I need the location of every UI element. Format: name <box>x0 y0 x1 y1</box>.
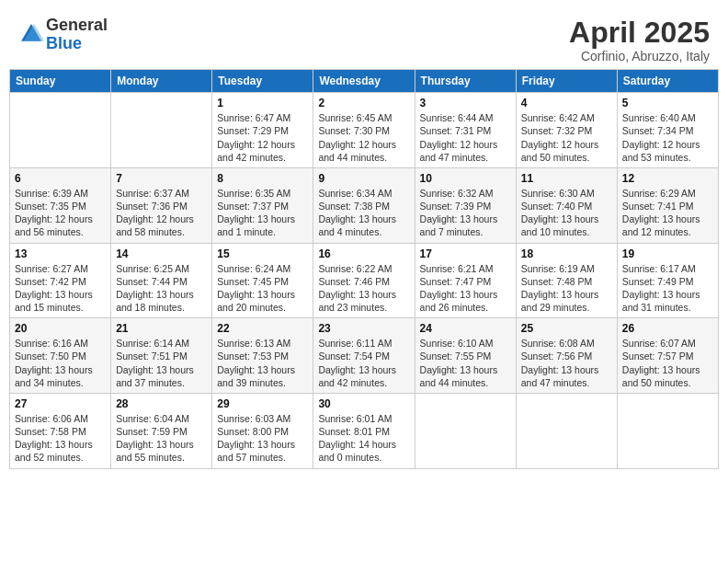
day-info: Sunrise: 6:39 AMSunset: 7:35 PMDaylight:… <box>15 187 106 239</box>
day-header: Tuesday <box>212 70 313 93</box>
day-number: 9 <box>318 172 409 185</box>
calendar-cell: 8Sunrise: 6:35 AMSunset: 7:37 PMDaylight… <box>212 167 313 243</box>
day-number: 18 <box>521 247 612 260</box>
day-number: 15 <box>217 247 308 260</box>
day-info: Sunrise: 6:25 AMSunset: 7:44 PMDaylight:… <box>116 262 207 315</box>
calendar-cell: 6Sunrise: 6:39 AMSunset: 7:35 PMDaylight… <box>10 167 111 243</box>
logo-icon <box>18 21 44 47</box>
logo-blue: Blue <box>46 35 108 53</box>
day-info: Sunrise: 6:03 AMSunset: 8:00 PMDaylight:… <box>217 412 308 465</box>
day-info: Sunrise: 6:22 AMSunset: 7:46 PMDaylight:… <box>318 262 409 315</box>
calendar-cell: 7Sunrise: 6:37 AMSunset: 7:36 PMDaylight… <box>111 167 212 243</box>
day-info: Sunrise: 6:34 AMSunset: 7:38 PMDaylight:… <box>318 187 409 239</box>
day-info: Sunrise: 6:42 AMSunset: 7:32 PMDaylight:… <box>521 111 612 164</box>
calendar-cell: 20Sunrise: 6:16 AMSunset: 7:50 PMDayligh… <box>10 318 111 394</box>
logo: General Blue <box>18 17 108 53</box>
calendar-cell: 27Sunrise: 6:06 AMSunset: 7:58 PMDayligh… <box>10 393 111 468</box>
logo-text: General Blue <box>46 17 108 53</box>
calendar-cell: 2Sunrise: 6:45 AMSunset: 7:30 PMDaylight… <box>313 93 415 168</box>
day-number: 26 <box>622 322 713 335</box>
calendar-cell: 24Sunrise: 6:10 AMSunset: 7:55 PMDayligh… <box>415 318 516 394</box>
day-number: 12 <box>622 172 713 185</box>
day-number: 27 <box>15 397 106 410</box>
calendar-cell: 30Sunrise: 6:01 AMSunset: 8:01 PMDayligh… <box>313 393 415 468</box>
day-number: 4 <box>521 97 612 109</box>
day-header: Friday <box>516 70 617 93</box>
day-info: Sunrise: 6:32 AMSunset: 7:39 PMDaylight:… <box>420 187 511 239</box>
day-info: Sunrise: 6:16 AMSunset: 7:50 PMDaylight:… <box>15 337 106 389</box>
calendar-cell: 17Sunrise: 6:21 AMSunset: 7:47 PMDayligh… <box>415 243 516 318</box>
day-number: 6 <box>15 172 106 185</box>
day-info: Sunrise: 6:37 AMSunset: 7:36 PMDaylight:… <box>116 187 207 239</box>
calendar-cell: 26Sunrise: 6:07 AMSunset: 7:57 PMDayligh… <box>617 318 718 394</box>
calendar-cell: 18Sunrise: 6:19 AMSunset: 7:48 PMDayligh… <box>516 243 617 318</box>
day-number: 2 <box>318 97 409 109</box>
calendar-cell <box>415 393 516 468</box>
calendar-cell: 23Sunrise: 6:11 AMSunset: 7:54 PMDayligh… <box>313 318 415 394</box>
day-info: Sunrise: 6:01 AMSunset: 8:01 PMDaylight:… <box>318 412 409 465</box>
day-header: Thursday <box>415 70 516 93</box>
day-info: Sunrise: 6:17 AMSunset: 7:49 PMDaylight:… <box>622 262 713 315</box>
day-number: 19 <box>622 247 713 260</box>
calendar-cell: 1Sunrise: 6:47 AMSunset: 7:29 PMDaylight… <box>212 93 313 168</box>
day-number: 8 <box>217 172 308 185</box>
calendar-cell: 22Sunrise: 6:13 AMSunset: 7:53 PMDayligh… <box>212 318 313 394</box>
calendar-cell: 10Sunrise: 6:32 AMSunset: 7:39 PMDayligh… <box>415 167 516 243</box>
day-number: 11 <box>521 172 612 185</box>
day-info: Sunrise: 6:27 AMSunset: 7:42 PMDaylight:… <box>15 262 106 315</box>
day-number: 24 <box>420 322 511 335</box>
day-info: Sunrise: 6:11 AMSunset: 7:54 PMDaylight:… <box>318 337 409 389</box>
day-number: 29 <box>217 397 308 410</box>
day-info: Sunrise: 6:29 AMSunset: 7:41 PMDaylight:… <box>622 187 713 239</box>
day-header: Monday <box>111 70 212 93</box>
calendar-cell: 28Sunrise: 6:04 AMSunset: 7:59 PMDayligh… <box>111 393 212 468</box>
day-info: Sunrise: 6:07 AMSunset: 7:57 PMDaylight:… <box>622 337 713 389</box>
day-number: 21 <box>116 322 207 335</box>
calendar-cell <box>111 93 212 168</box>
day-info: Sunrise: 6:19 AMSunset: 7:48 PMDaylight:… <box>521 262 612 315</box>
calendar-cell: 16Sunrise: 6:22 AMSunset: 7:46 PMDayligh… <box>313 243 415 318</box>
calendar-cell: 4Sunrise: 6:42 AMSunset: 7:32 PMDaylight… <box>516 93 617 168</box>
calendar-cell: 11Sunrise: 6:30 AMSunset: 7:40 PMDayligh… <box>516 167 617 243</box>
day-info: Sunrise: 6:08 AMSunset: 7:56 PMDaylight:… <box>521 337 612 389</box>
calendar-cell: 5Sunrise: 6:40 AMSunset: 7:34 PMDaylight… <box>617 93 718 168</box>
day-number: 7 <box>116 172 207 185</box>
day-header: Saturday <box>617 70 718 93</box>
calendar-cell: 21Sunrise: 6:14 AMSunset: 7:51 PMDayligh… <box>111 318 212 394</box>
day-info: Sunrise: 6:06 AMSunset: 7:58 PMDaylight:… <box>15 412 106 465</box>
day-header: Wednesday <box>313 70 415 93</box>
day-info: Sunrise: 6:10 AMSunset: 7:55 PMDaylight:… <box>420 337 511 389</box>
calendar-cell: 19Sunrise: 6:17 AMSunset: 7:49 PMDayligh… <box>617 243 718 318</box>
calendar-cell: 14Sunrise: 6:25 AMSunset: 7:44 PMDayligh… <box>111 243 212 318</box>
main-title: April 2025 <box>569 17 710 49</box>
calendar-cell: 3Sunrise: 6:44 AMSunset: 7:31 PMDaylight… <box>415 93 516 168</box>
day-number: 13 <box>15 247 106 260</box>
day-number: 20 <box>15 322 106 335</box>
logo-general: General <box>46 17 108 35</box>
day-number: 1 <box>217 97 308 109</box>
calendar-week-row: 20Sunrise: 6:16 AMSunset: 7:50 PMDayligh… <box>10 318 719 394</box>
day-number: 5 <box>622 97 713 109</box>
day-header: Sunday <box>10 70 111 93</box>
day-number: 25 <box>521 322 612 335</box>
day-info: Sunrise: 6:45 AMSunset: 7:30 PMDaylight:… <box>318 111 409 164</box>
calendar-cell <box>10 93 111 168</box>
calendar-cell: 15Sunrise: 6:24 AMSunset: 7:45 PMDayligh… <box>212 243 313 318</box>
day-info: Sunrise: 6:21 AMSunset: 7:47 PMDaylight:… <box>420 262 511 315</box>
subtitle: Corfinio, Abruzzo, Italy <box>569 49 710 63</box>
day-info: Sunrise: 6:24 AMSunset: 7:45 PMDaylight:… <box>217 262 308 315</box>
day-number: 30 <box>318 397 409 410</box>
calendar-week-row: 1Sunrise: 6:47 AMSunset: 7:29 PMDaylight… <box>10 93 719 168</box>
day-info: Sunrise: 6:47 AMSunset: 7:29 PMDaylight:… <box>217 111 308 164</box>
day-number: 28 <box>116 397 207 410</box>
calendar-cell: 29Sunrise: 6:03 AMSunset: 8:00 PMDayligh… <box>212 393 313 468</box>
day-number: 14 <box>116 247 207 260</box>
calendar-cell: 12Sunrise: 6:29 AMSunset: 7:41 PMDayligh… <box>617 167 718 243</box>
calendar-week-row: 6Sunrise: 6:39 AMSunset: 7:35 PMDaylight… <box>10 167 719 243</box>
day-info: Sunrise: 6:04 AMSunset: 7:59 PMDaylight:… <box>116 412 207 465</box>
day-number: 16 <box>318 247 409 260</box>
day-info: Sunrise: 6:40 AMSunset: 7:34 PMDaylight:… <box>622 111 713 164</box>
page-header: General Blue April 2025 Corfinio, Abruzz… <box>9 9 719 69</box>
day-number: 10 <box>420 172 511 185</box>
calendar-cell: 9Sunrise: 6:34 AMSunset: 7:38 PMDaylight… <box>313 167 415 243</box>
